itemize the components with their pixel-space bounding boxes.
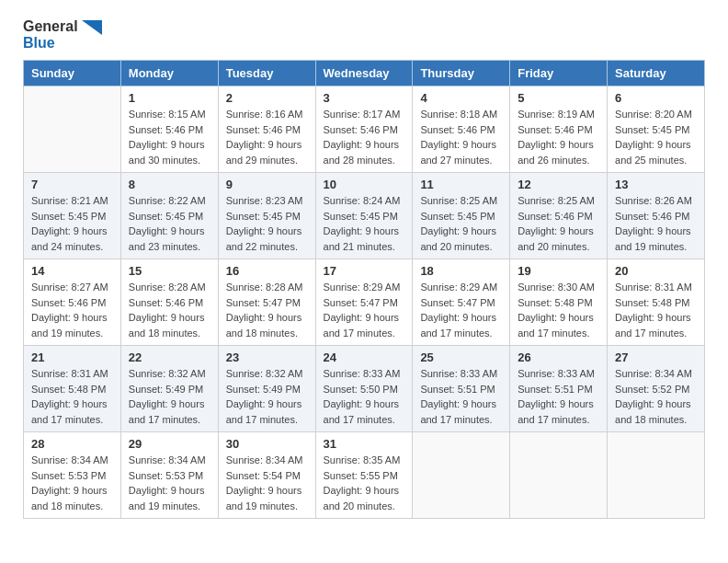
weekday-header-wednesday: Wednesday [315, 61, 413, 86]
day-info: Sunrise: 8:22 AMSunset: 5:45 PMDaylight:… [129, 193, 210, 254]
calendar-day-cell: 28Sunrise: 8:34 AMSunset: 5:53 PMDayligh… [24, 432, 121, 519]
day-info: Sunrise: 8:34 AMSunset: 5:53 PMDaylight:… [31, 453, 113, 513]
day-number: 24 [324, 350, 405, 364]
calendar-day-cell: 25Sunrise: 8:33 AMSunset: 5:51 PMDayligh… [413, 346, 510, 432]
day-info: Sunrise: 8:31 AMSunset: 5:48 PMDaylight:… [31, 366, 113, 427]
day-info: Sunrise: 8:26 AMSunset: 5:46 PMDaylight:… [615, 193, 697, 254]
day-number: 10 [324, 178, 405, 191]
day-info: Sunrise: 8:25 AMSunset: 5:46 PMDaylight:… [518, 193, 599, 254]
calendar-day-cell: 5Sunrise: 8:19 AMSunset: 5:46 PMDaylight… [510, 86, 608, 173]
calendar-day-cell: 23Sunrise: 8:32 AMSunset: 5:49 PMDayligh… [218, 346, 315, 432]
calendar-day-cell: 18Sunrise: 8:29 AMSunset: 5:47 PMDayligh… [413, 259, 510, 346]
day-number: 13 [615, 178, 697, 191]
day-info: Sunrise: 8:21 AMSunset: 5:45 PMDaylight:… [31, 193, 113, 254]
day-info: Sunrise: 8:23 AMSunset: 5:45 PMDaylight:… [226, 193, 308, 254]
day-info: Sunrise: 8:29 AMSunset: 5:47 PMDaylight:… [420, 280, 502, 340]
calendar-table: SundayMondayTuesdayWednesdayThursdayFrid… [23, 60, 705, 519]
weekday-header-tuesday: Tuesday [218, 61, 315, 86]
day-info: Sunrise: 8:19 AMSunset: 5:46 PMDaylight:… [518, 107, 599, 167]
day-number: 11 [420, 178, 502, 191]
day-number: 3 [324, 91, 405, 105]
calendar-week-row: 7Sunrise: 8:21 AMSunset: 5:45 PMDaylight… [24, 173, 705, 259]
calendar-day-cell: 17Sunrise: 8:29 AMSunset: 5:47 PMDayligh… [315, 259, 413, 346]
calendar-day-cell: 27Sunrise: 8:34 AMSunset: 5:52 PMDayligh… [608, 346, 705, 432]
day-number: 12 [518, 178, 599, 191]
calendar-day-cell: 4Sunrise: 8:18 AMSunset: 5:46 PMDaylight… [413, 86, 510, 173]
day-number: 27 [615, 350, 697, 364]
day-number: 7 [31, 178, 113, 191]
day-info: Sunrise: 8:32 AMSunset: 5:49 PMDaylight:… [226, 366, 308, 427]
day-number: 19 [518, 264, 599, 278]
calendar-day-cell: 21Sunrise: 8:31 AMSunset: 5:48 PMDayligh… [24, 346, 121, 432]
calendar-day-cell [510, 432, 608, 519]
weekday-header-thursday: Thursday [413, 61, 510, 86]
calendar-day-cell: 26Sunrise: 8:33 AMSunset: 5:51 PMDayligh… [510, 346, 608, 432]
calendar-day-cell: 14Sunrise: 8:27 AMSunset: 5:46 PMDayligh… [24, 259, 121, 346]
day-info: Sunrise: 8:34 AMSunset: 5:54 PMDaylight:… [226, 453, 308, 513]
day-info: Sunrise: 8:24 AMSunset: 5:45 PMDaylight:… [324, 193, 405, 254]
calendar-day-cell: 20Sunrise: 8:31 AMSunset: 5:48 PMDayligh… [608, 259, 705, 346]
day-info: Sunrise: 8:30 AMSunset: 5:48 PMDaylight:… [518, 280, 599, 340]
weekday-header-row: SundayMondayTuesdayWednesdayThursdayFrid… [24, 61, 705, 86]
day-number: 18 [420, 264, 502, 278]
weekday-header-sunday: Sunday [24, 61, 121, 86]
calendar-day-cell [413, 432, 510, 519]
day-number: 23 [226, 350, 308, 364]
day-info: Sunrise: 8:32 AMSunset: 5:49 PMDaylight:… [129, 366, 210, 427]
day-number: 15 [129, 264, 210, 278]
day-info: Sunrise: 8:15 AMSunset: 5:46 PMDaylight:… [129, 107, 210, 167]
day-number: 31 [324, 437, 405, 451]
calendar-day-cell: 9Sunrise: 8:23 AMSunset: 5:45 PMDaylight… [218, 173, 315, 259]
day-info: Sunrise: 8:18 AMSunset: 5:46 PMDaylight:… [420, 107, 502, 167]
day-info: Sunrise: 8:33 AMSunset: 5:50 PMDaylight:… [324, 366, 405, 427]
day-number: 22 [129, 350, 210, 364]
calendar-day-cell: 29Sunrise: 8:34 AMSunset: 5:53 PMDayligh… [120, 432, 218, 519]
day-number: 29 [129, 437, 210, 451]
weekday-header-friday: Friday [510, 61, 608, 86]
weekday-header-saturday: Saturday [608, 61, 705, 86]
day-info: Sunrise: 8:27 AMSunset: 5:46 PMDaylight:… [31, 280, 113, 340]
day-info: Sunrise: 8:28 AMSunset: 5:47 PMDaylight:… [226, 280, 308, 340]
calendar-day-cell: 11Sunrise: 8:25 AMSunset: 5:45 PMDayligh… [413, 173, 510, 259]
calendar-day-cell: 1Sunrise: 8:15 AMSunset: 5:46 PMDaylight… [120, 86, 218, 173]
day-info: Sunrise: 8:29 AMSunset: 5:47 PMDaylight:… [324, 280, 405, 340]
day-number: 9 [226, 178, 308, 191]
calendar-day-cell: 30Sunrise: 8:34 AMSunset: 5:54 PMDayligh… [218, 432, 315, 519]
day-number: 16 [226, 264, 308, 278]
day-info: Sunrise: 8:34 AMSunset: 5:52 PMDaylight:… [615, 366, 697, 427]
header: General Blue [9, 9, 719, 55]
day-number: 2 [226, 91, 308, 105]
day-number: 26 [518, 350, 599, 364]
calendar-day-cell: 3Sunrise: 8:17 AMSunset: 5:46 PMDaylight… [315, 86, 413, 173]
calendar-day-cell: 31Sunrise: 8:35 AMSunset: 5:55 PMDayligh… [315, 432, 413, 519]
day-info: Sunrise: 8:34 AMSunset: 5:53 PMDaylight:… [129, 453, 210, 513]
day-number: 1 [129, 91, 210, 105]
day-number: 6 [615, 91, 697, 105]
calendar-day-cell: 16Sunrise: 8:28 AMSunset: 5:47 PMDayligh… [218, 259, 315, 346]
day-info: Sunrise: 8:33 AMSunset: 5:51 PMDaylight:… [420, 366, 502, 427]
day-info: Sunrise: 8:25 AMSunset: 5:45 PMDaylight:… [420, 193, 502, 254]
day-number: 17 [324, 264, 405, 278]
logo: General Blue [23, 18, 102, 51]
calendar-day-cell: 22Sunrise: 8:32 AMSunset: 5:49 PMDayligh… [120, 346, 218, 432]
day-info: Sunrise: 8:31 AMSunset: 5:48 PMDaylight:… [615, 280, 697, 340]
calendar-day-cell: 24Sunrise: 8:33 AMSunset: 5:50 PMDayligh… [315, 346, 413, 432]
day-info: Sunrise: 8:17 AMSunset: 5:46 PMDaylight:… [324, 107, 405, 167]
svg-marker-0 [82, 20, 102, 35]
day-info: Sunrise: 8:16 AMSunset: 5:46 PMDaylight:… [226, 107, 308, 167]
calendar-day-cell: 2Sunrise: 8:16 AMSunset: 5:46 PMDaylight… [218, 86, 315, 173]
day-number: 20 [615, 264, 697, 278]
calendar-day-cell: 10Sunrise: 8:24 AMSunset: 5:45 PMDayligh… [315, 173, 413, 259]
calendar-day-cell [24, 86, 121, 173]
day-number: 30 [226, 437, 308, 451]
calendar-day-cell: 12Sunrise: 8:25 AMSunset: 5:46 PMDayligh… [510, 173, 608, 259]
calendar-day-cell [608, 432, 705, 519]
day-number: 14 [31, 264, 113, 278]
day-info: Sunrise: 8:33 AMSunset: 5:51 PMDaylight:… [518, 366, 599, 427]
day-info: Sunrise: 8:35 AMSunset: 5:55 PMDaylight:… [324, 453, 405, 513]
day-number: 28 [31, 437, 113, 451]
day-number: 5 [518, 91, 599, 105]
calendar-day-cell: 13Sunrise: 8:26 AMSunset: 5:46 PMDayligh… [608, 173, 705, 259]
calendar-day-cell: 15Sunrise: 8:28 AMSunset: 5:46 PMDayligh… [120, 259, 218, 346]
day-number: 4 [420, 91, 502, 105]
